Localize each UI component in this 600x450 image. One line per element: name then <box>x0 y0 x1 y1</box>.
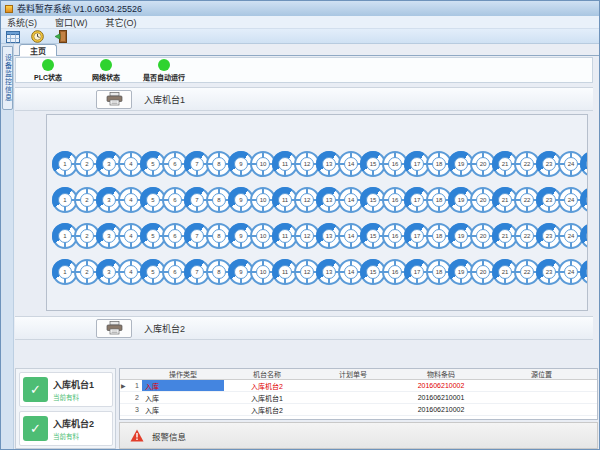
reel-number: 23 <box>542 229 556 243</box>
table-row[interactable]: 3入库入库机台2201606210002 <box>120 404 597 416</box>
cell-machine-name[interactable]: 入库机台2 <box>224 405 310 415</box>
machine-status-card[interactable]: ✓入库机台2当前有料 <box>19 411 113 446</box>
reel-number: 6 <box>168 193 182 207</box>
status-lamp-icon <box>158 59 170 71</box>
side-tab-monitor[interactable]: 设备监控信息 <box>2 46 13 110</box>
reel-slot: 17 <box>404 223 430 249</box>
machine2-label: 入库机台2 <box>144 322 185 335</box>
reel-slot: 17 <box>404 187 430 213</box>
reel-number: 21 <box>498 229 512 243</box>
reel-slot: 19 <box>448 223 474 249</box>
reel-slot: 15 <box>360 151 386 177</box>
reel-number: 10 <box>256 193 270 207</box>
reel-slot: 21 <box>492 223 518 249</box>
reel-number: 7 <box>190 193 204 207</box>
status-lamp-icon <box>100 59 112 71</box>
cell-operation-type[interactable]: 入库 <box>142 405 224 415</box>
reel-slot: 1 <box>52 223 78 249</box>
reel-number: 1 <box>58 157 72 171</box>
table-row[interactable]: 2入库入库机台1201606210001 <box>120 392 597 404</box>
reel-number: 3 <box>102 157 116 171</box>
machine-status-card[interactable]: ✓入库机台1当前有料 <box>19 372 113 407</box>
machine2-print-button[interactable] <box>96 319 132 338</box>
reel-number: 1 <box>58 265 72 279</box>
reel-slot: 5 <box>140 151 166 177</box>
cell-machine-name[interactable]: 入库机台2 <box>224 381 310 391</box>
side-strip: 设备监控信息 <box>1 44 14 450</box>
printer-icon <box>106 92 123 106</box>
row-number: 2 <box>128 394 142 401</box>
reel-number: 15 <box>366 193 380 207</box>
reel-number: 18 <box>432 193 446 207</box>
reel-number: 3 <box>102 229 116 243</box>
machine1-label: 入库机台1 <box>144 93 185 106</box>
clock-icon[interactable] <box>29 30 45 43</box>
reel-number: 12 <box>300 229 314 243</box>
reel-number: 11 <box>278 265 292 279</box>
tab-home[interactable]: 主页 <box>19 44 57 56</box>
reel-slot: 13 <box>316 259 342 285</box>
reel-number: 16 <box>388 265 402 279</box>
reel-number: 9 <box>234 157 248 171</box>
app-icon <box>5 5 13 13</box>
status-indicator: 是否自动运行 <box>140 59 188 82</box>
operation-type-text: 入库 <box>145 407 159 414</box>
cell-operation-type[interactable]: 入库 <box>142 380 224 391</box>
reel-slot: 13 <box>316 151 342 177</box>
reel-number: 10 <box>256 157 270 171</box>
column-header: 操作类型 <box>142 369 224 379</box>
title-bar[interactable]: 卷料暂存系统 V1.0.6034.25526 <box>1 1 599 16</box>
menu-item[interactable]: 窗口(W) <box>55 16 88 29</box>
exit-door-icon[interactable] <box>53 30 69 43</box>
row-number: 1 <box>128 382 142 389</box>
reel-slot: 7 <box>184 151 210 177</box>
reel-number: 7 <box>190 265 204 279</box>
reel-number: 2 <box>80 157 94 171</box>
reel-slot: 21 <box>492 259 518 285</box>
menu-item[interactable]: 其它(O) <box>106 16 137 29</box>
reel-slot: 3 <box>96 151 122 177</box>
menu-item[interactable]: 系统(S) <box>7 16 37 29</box>
reel-number: 22 <box>520 265 534 279</box>
cell-operation-type[interactable]: 入库 <box>142 393 224 403</box>
operation-type-text: 入库 <box>145 381 159 391</box>
reel-slot: 17 <box>404 151 430 177</box>
card-material-status: 当前有料 <box>53 431 94 441</box>
reel-number: 11 <box>278 157 292 171</box>
operations-table: 操作类型机台名称计划单号物料条码源位置 ▶1入库入库机台220160621000… <box>119 368 598 420</box>
card-machine-name: 入库机台1 <box>53 378 94 391</box>
cell-material-barcode[interactable]: 201606210002 <box>396 382 486 389</box>
reel-slot: 1 <box>52 259 78 285</box>
reel-number: 5 <box>146 265 160 279</box>
cell-machine-name[interactable]: 入库机台1 <box>224 393 310 403</box>
status-label: 网络状态 <box>92 72 120 82</box>
reel-number: 2 <box>80 193 94 207</box>
table-body: ▶1入库入库机台22016062100022入库入库机台120160621000… <box>120 380 597 420</box>
table-row[interactable]: ▶1入库入库机台2201606210002 <box>120 380 597 392</box>
reel-number: 19 <box>454 265 468 279</box>
reel-number: 3 <box>102 193 116 207</box>
machine1-print-button[interactable] <box>96 90 132 109</box>
card-material-status: 当前有料 <box>53 392 94 402</box>
column-header: 机台名称 <box>224 369 310 379</box>
reel-number: 24 <box>564 193 578 207</box>
calendar-icon[interactable] <box>5 30 21 43</box>
table-row[interactable]: *4 <box>120 416 597 420</box>
operation-type-text: 入库 <box>145 395 159 402</box>
machine2-header-bar: 入库机台2 <box>15 316 593 340</box>
reel-number: 23 <box>542 193 556 207</box>
reel-number: 9 <box>234 229 248 243</box>
reel-number: 17 <box>410 229 424 243</box>
reel-row: 1234567891011121314151617181920212223242… <box>52 187 587 213</box>
row-marker: * <box>120 419 128 421</box>
reel-slot: 13 <box>316 223 342 249</box>
reel-slot: 7 <box>184 187 210 213</box>
reel-row: 1234567891011121314151617181920212223242… <box>52 151 587 177</box>
cell-material-barcode[interactable]: 201606210002 <box>396 406 486 413</box>
reel-number: 13 <box>322 265 336 279</box>
reel-number: 16 <box>388 193 402 207</box>
column-header: 物料条码 <box>396 369 486 379</box>
cell-material-barcode[interactable]: 201606210001 <box>396 394 486 401</box>
card-machine-name: 入库机台2 <box>53 417 94 430</box>
warning-triangle-icon <box>130 429 144 442</box>
